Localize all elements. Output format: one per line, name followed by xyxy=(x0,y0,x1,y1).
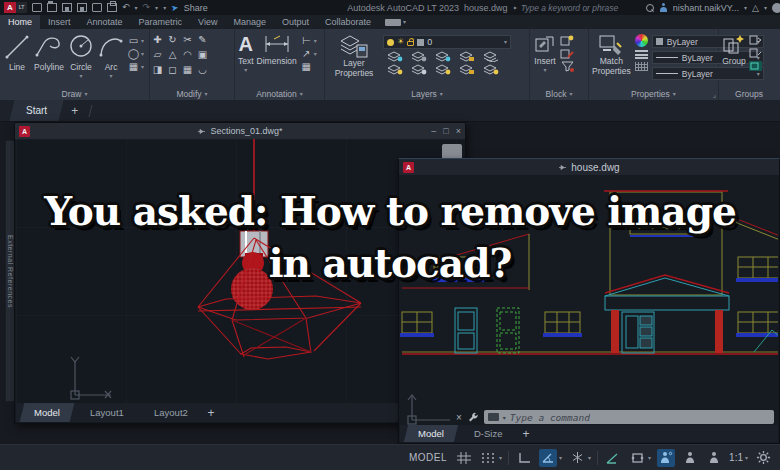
snap-mode-toggle[interactable] xyxy=(479,449,497,467)
linetype-icon[interactable] xyxy=(635,50,648,59)
move-tool[interactable]: ✚ xyxy=(151,34,164,45)
fillet-tool[interactable]: ◠ xyxy=(181,49,194,60)
start-tab[interactable]: Start xyxy=(9,100,63,121)
tab-annotate[interactable]: Annotate xyxy=(79,15,131,29)
trim-tool[interactable]: ✂ xyxy=(181,34,194,45)
house-dsize-tab[interactable]: D-Size xyxy=(460,425,517,442)
command-recent-icon[interactable] xyxy=(488,413,499,421)
layer-merge-icon[interactable] xyxy=(483,64,499,75)
customize-wrench-icon[interactable] xyxy=(467,411,479,423)
annotation-scale-person-icon[interactable] xyxy=(705,449,723,467)
minimize-button[interactable]: – xyxy=(431,126,436,136)
tab-home[interactable]: Home xyxy=(0,15,40,29)
share-label[interactable]: Share xyxy=(184,3,208,13)
isometric-drafting-toggle[interactable] xyxy=(568,449,586,467)
groups-panel-label[interactable]: Groups xyxy=(719,88,779,100)
sections-new-layout-button[interactable]: + xyxy=(208,406,215,420)
text-flyout-caret-icon[interactable]: ▾ xyxy=(244,67,247,73)
tab-collaborate[interactable]: Collaborate xyxy=(317,15,379,29)
rectangle-tool[interactable]: ▭▾ xyxy=(127,35,144,46)
layer-lock-icon[interactable] xyxy=(459,51,475,62)
group-selection-icon[interactable] xyxy=(749,61,762,71)
save-as-icon[interactable] xyxy=(77,3,87,12)
lineweight-icon[interactable] xyxy=(635,62,648,71)
table-tool[interactable]: ▦ xyxy=(300,61,317,72)
ortho-mode-toggle[interactable] xyxy=(515,449,533,467)
layer-thaw-icon[interactable]: ☀ xyxy=(397,38,404,46)
leader-tool[interactable]: ↗▾ xyxy=(300,48,317,59)
scale-tool[interactable]: ◻ xyxy=(166,64,179,75)
autodesk-menu-caret-icon[interactable]: ▾ xyxy=(764,5,767,11)
model-space-toggle[interactable]: MODEL xyxy=(409,452,447,463)
circle-flyout-caret-icon[interactable]: ▾ xyxy=(79,73,82,79)
layer-lock-fade-icon[interactable] xyxy=(459,64,475,75)
save-icon[interactable] xyxy=(62,3,72,12)
layer-freeze-icon[interactable] xyxy=(411,51,427,62)
layer-unlock-icon[interactable] xyxy=(407,41,414,46)
offset-tool[interactable]: ◡ xyxy=(196,64,209,75)
house-model-tab[interactable]: Model xyxy=(404,425,458,442)
export-icon[interactable] xyxy=(92,3,102,12)
sections-window-title-bar[interactable]: A Sections_01.dwg* – □ × xyxy=(15,123,465,139)
autocad-logo-icon[interactable]: A LT xyxy=(4,2,27,13)
sections-model-tab[interactable]: Model xyxy=(20,403,75,422)
insert-block-button[interactable]: Insert ▾ xyxy=(533,33,557,73)
ellipse-tool[interactable]: ◯▾ xyxy=(127,48,144,59)
linear-dimension-tool[interactable]: ⊢▾ xyxy=(300,35,317,46)
text-tool[interactable]: A Text ▾ xyxy=(238,33,254,73)
layer-dropdown-caret-icon[interactable]: ▾ xyxy=(504,39,507,45)
layer-previous-icon[interactable] xyxy=(411,64,427,75)
command-input-bar[interactable]: ▾ xyxy=(484,410,774,424)
polyline-tool[interactable]: Polyline xyxy=(34,33,64,72)
dimension-tool[interactable]: Dimension xyxy=(257,33,297,66)
open-file-icon[interactable] xyxy=(47,3,57,12)
layer-properties-button[interactable]: Layer Properties xyxy=(328,33,380,79)
tab-output[interactable]: Output xyxy=(274,15,317,29)
erase-tool[interactable]: ✎ xyxy=(196,34,209,45)
undo-caret-icon[interactable]: ▾ xyxy=(135,5,138,11)
osnap-caret-icon[interactable]: ▾ xyxy=(648,454,651,461)
user-menu-caret-icon[interactable]: ▾ xyxy=(744,5,747,11)
annotation-panel-label[interactable]: Annotation▾ xyxy=(235,88,324,100)
maximize-button[interactable]: □ xyxy=(443,126,448,136)
redo-caret-icon[interactable]: ▾ xyxy=(155,5,158,11)
arc-tool[interactable]: Arc ▾ xyxy=(98,33,124,79)
circle-tool[interactable]: Circle ▾ xyxy=(67,33,95,79)
layer-match-icon[interactable] xyxy=(483,51,499,62)
layer-on-icon[interactable] xyxy=(387,39,394,46)
command-input[interactable] xyxy=(510,412,770,423)
create-block-icon[interactable] xyxy=(560,35,574,46)
tab-manage[interactable]: Manage xyxy=(225,15,274,29)
search-input[interactable] xyxy=(521,3,641,13)
ribbon-display-toggle[interactable]: ▾ xyxy=(379,15,412,29)
house-new-layout-button[interactable]: + xyxy=(522,427,529,441)
autodesk-logo-icon[interactable]: △ xyxy=(752,3,759,13)
block-attributes-icon[interactable] xyxy=(560,61,574,72)
search-icon[interactable] xyxy=(646,4,654,12)
tab-insert[interactable]: Insert xyxy=(40,15,79,29)
polar-caret-icon[interactable]: ▾ xyxy=(559,454,562,461)
rotate-tool[interactable]: ↻ xyxy=(166,34,179,45)
layer-walk-icon[interactable] xyxy=(435,64,451,75)
annotation-scale-value[interactable]: 1:1 xyxy=(729,452,743,463)
ungroup-icon[interactable] xyxy=(749,35,762,45)
layer-make-current-icon[interactable] xyxy=(387,64,403,75)
line-tool[interactable]: Line xyxy=(3,33,31,72)
block-panel-label[interactable]: Block▾ xyxy=(530,88,588,100)
qat-customize-icon[interactable]: ▾ xyxy=(163,5,166,11)
plot-icon[interactable] xyxy=(107,3,117,12)
user-avatar-icon[interactable] xyxy=(659,3,668,12)
undo-icon[interactable]: ↶ xyxy=(122,3,130,12)
tab-parametric[interactable]: Parametric xyxy=(131,15,191,29)
annotation-visibility-toggle[interactable] xyxy=(657,449,675,467)
new-file-icon[interactable] xyxy=(32,3,42,12)
snap-caret-icon[interactable]: ▾ xyxy=(499,454,502,461)
autoscale-toggle[interactable] xyxy=(681,449,699,467)
array-tool[interactable]: ▦ xyxy=(181,64,194,75)
share-icon[interactable]: ➤ xyxy=(170,2,179,13)
explode-tool[interactable]: ▣ xyxy=(196,49,209,60)
layer-off-icon[interactable] xyxy=(435,51,451,62)
command-caret-icon[interactable]: ▾ xyxy=(503,414,506,421)
match-properties-button[interactable]: Match Properties xyxy=(592,33,631,77)
grid-display-toggle[interactable] xyxy=(455,449,473,467)
